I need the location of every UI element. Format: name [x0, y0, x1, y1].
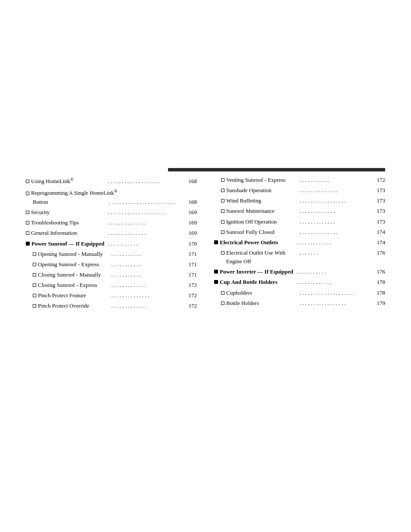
dots: . . . . . . . . . . . . . . . . .: [299, 196, 374, 205]
dots: . . . . . . . . . . . . .: [296, 278, 373, 286]
entry-label: Power Inverter — If Equipped: [220, 268, 296, 276]
list-item: General Information . . . . . . . . . . …: [26, 229, 197, 237]
dots: . . . . . . . . . . . . .: [111, 302, 185, 310]
entry-label: Opening Sunroof - Manually: [38, 250, 111, 258]
checkbox-icon: [26, 192, 29, 195]
page-number: 171: [185, 271, 197, 279]
entry-label: Pinch Protect Feature: [38, 291, 111, 300]
checkbox-icon: [26, 180, 29, 183]
list-item: Pinch Protect Feature . . . . . . . . . …: [26, 291, 197, 300]
list-item: Cupholders . . . . . . . . . . . . . . .…: [214, 289, 385, 297]
checkbox-icon: [221, 251, 224, 255]
right-column: Venting Sunroof - Express . . . . . . . …: [214, 176, 385, 312]
content-area: Using HomeLink® . . . . . . . . . . . . …: [26, 176, 385, 498]
dots: . . . . . . . . . . .: [111, 250, 185, 258]
dots: . . . . . . . . . . .: [107, 240, 185, 248]
checkbox-icon: [221, 189, 224, 192]
entry-label: Opening Sunroof - Express: [38, 260, 111, 269]
list-item: Sunshade Operation . . . . . . . . . . .…: [214, 186, 385, 195]
page-number: 176: [373, 249, 385, 257]
list-item: Ignition Off Operation . . . . . . . . .…: [214, 218, 385, 226]
list-item: Using HomeLink® . . . . . . . . . . . . …: [26, 176, 197, 186]
list-item: Reprogramming A Single HomeLink® Button …: [26, 187, 197, 206]
page-number: 169: [185, 229, 197, 237]
dots: . . . . . . . . . . . . . .: [299, 228, 374, 236]
checkbox-icon: [33, 294, 36, 297]
list-item: Wind Buffeting . . . . . . . . . . . . .…: [214, 196, 385, 205]
dots: . . . . . . . . . . . . . . . . . . . . …: [108, 198, 185, 206]
square-icon: [214, 270, 218, 274]
list-item: Electrical Power Outlets . . . . . . . .…: [214, 238, 385, 247]
list-item: Closing Sunroof - Express . . . . . . . …: [26, 281, 197, 289]
square-icon: [214, 280, 218, 284]
page-number: 172: [185, 302, 197, 310]
checkbox-icon: [221, 291, 224, 295]
page-number: 171: [185, 260, 197, 269]
list-item: Power Inverter — If Equipped . . . . . .…: [214, 268, 385, 276]
page-number: 172: [373, 176, 385, 184]
dots: . . . . . . . . . . . . .: [111, 281, 185, 289]
dots: . . . . . . . . . . . . . .: [107, 229, 185, 237]
list-item: Sunroof Fully Closed . . . . . . . . . .…: [214, 228, 385, 236]
entry-label-line2: Button: [33, 198, 108, 206]
dots: . . . . . . . . . . .: [111, 271, 185, 279]
dots: . . . . . . . . . . . . .: [296, 238, 373, 247]
list-item: Closing Sunroof - Manually . . . . . . .…: [26, 271, 197, 279]
page-number: 170: [185, 240, 197, 248]
left-column: Using HomeLink® . . . . . . . . . . . . …: [26, 176, 197, 312]
list-item: Security . . . . . . . . . . . . . . . .…: [26, 208, 197, 217]
header-bar: [168, 168, 385, 171]
checkbox-icon: [221, 302, 224, 305]
entry-label: Cup And Bottle Holders: [220, 278, 296, 286]
dots: . . . . . . . . . . . . . .: [111, 291, 185, 300]
page-number: 173: [373, 207, 385, 215]
entry-label: Electrical Outlet Use With Engine Off: [226, 249, 299, 266]
page-number: 169: [185, 218, 197, 227]
checkbox-icon: [26, 231, 29, 235]
page-number: 178: [373, 289, 385, 297]
list-item: Venting Sunroof - Express . . . . . . . …: [214, 176, 385, 184]
checkbox-icon: [221, 230, 224, 234]
page-number: 174: [373, 228, 385, 236]
list-item: Troubleshooting Tips . . . . . . . . . .…: [26, 218, 197, 227]
list-item: Bottle Holders . . . . . . . . . . . . .…: [214, 299, 385, 308]
dots: . . . . . . . . . . . . .: [299, 218, 374, 226]
entry-label: Venting Sunroof - Express: [226, 176, 299, 184]
two-column-layout: Using HomeLink® . . . . . . . . . . . . …: [26, 176, 385, 312]
page-number: 178: [373, 278, 385, 286]
page-number: 179: [373, 299, 385, 308]
page-number: 173: [373, 186, 385, 195]
page-number: 173: [373, 196, 385, 205]
dots: . . . . . . . . . . . . . .: [107, 218, 185, 227]
list-item: Pinch Protect Override . . . . . . . . .…: [26, 302, 197, 310]
dots: . . . . . . . . . . . . .: [299, 207, 374, 215]
entry-label: Power Sunroof — If Equipped: [31, 240, 107, 248]
dots: . . . . . . . . . . .: [111, 260, 185, 269]
checkbox-icon: [221, 199, 224, 202]
checkbox-icon: [33, 273, 36, 277]
entry-label: Security: [31, 208, 107, 217]
entry-label: Bottle Holders: [226, 299, 299, 308]
page-number: 172: [185, 291, 197, 300]
dots: . . . . . . .: [299, 249, 374, 257]
dots: . . . . . . . . . . .: [299, 176, 374, 184]
entry-label: Electrical Power Outlets: [220, 238, 296, 247]
checkbox-icon: [221, 178, 224, 182]
entry-label: Cupholders: [226, 289, 299, 297]
entry-label: Reprogramming A Single HomeLink®: [31, 187, 197, 197]
list-item: Electrical Outlet Use With Engine Off . …: [214, 249, 385, 266]
checkbox-icon: [33, 304, 36, 308]
dots: . . . . . . . . . . . . . . . . . . . . …: [107, 208, 185, 217]
square-icon: [26, 242, 30, 246]
dots: . . . . . . . . . . . . . .: [299, 186, 374, 195]
checkbox-icon: [33, 263, 36, 266]
entry-label: Closing Sunroof - Express: [38, 281, 111, 289]
entry-label: Closing Sunroof - Manually: [38, 271, 111, 279]
checkbox-icon: [221, 220, 224, 224]
checkbox-icon: [33, 252, 36, 256]
dots: . . . . . . . . . . . . . . . . . . .: [107, 177, 185, 186]
list-item: Opening Sunroof - Express . . . . . . . …: [26, 260, 197, 269]
page-number: 176: [373, 268, 385, 276]
page-number: 174: [373, 238, 385, 247]
list-item: Power Sunroof — If Equipped . . . . . . …: [26, 240, 197, 248]
